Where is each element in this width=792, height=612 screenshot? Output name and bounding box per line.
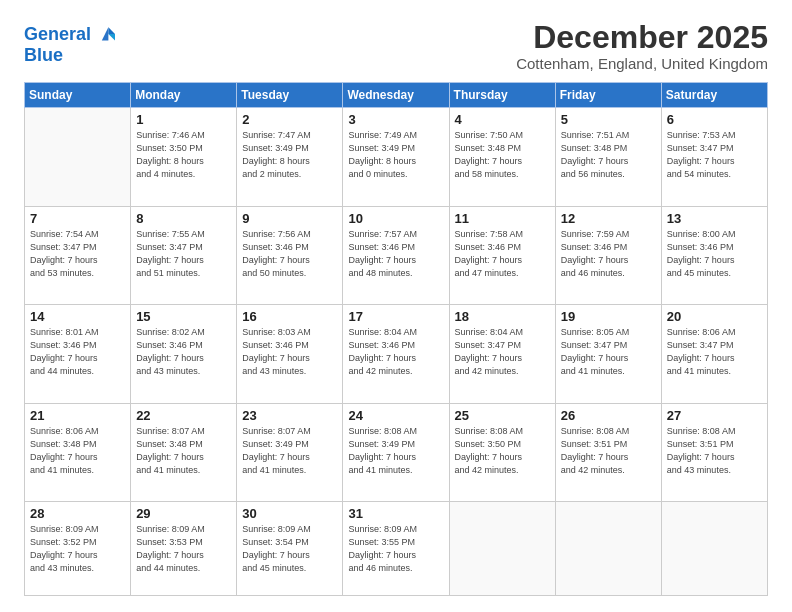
table-row: 31Sunrise: 8:09 AMSunset: 3:55 PMDayligh… bbox=[343, 502, 449, 596]
day-info: Sunrise: 8:01 AMSunset: 3:46 PMDaylight:… bbox=[30, 326, 125, 378]
table-row: 2Sunrise: 7:47 AMSunset: 3:49 PMDaylight… bbox=[237, 108, 343, 206]
day-number: 16 bbox=[242, 309, 337, 324]
logo-text-line1: General bbox=[24, 25, 91, 45]
day-number: 6 bbox=[667, 112, 762, 127]
table-row: 29Sunrise: 8:09 AMSunset: 3:53 PMDayligh… bbox=[131, 502, 237, 596]
day-info: Sunrise: 8:04 AMSunset: 3:47 PMDaylight:… bbox=[455, 326, 550, 378]
day-info: Sunrise: 7:51 AMSunset: 3:48 PMDaylight:… bbox=[561, 129, 656, 181]
day-info: Sunrise: 8:05 AMSunset: 3:47 PMDaylight:… bbox=[561, 326, 656, 378]
table-row: 28Sunrise: 8:09 AMSunset: 3:52 PMDayligh… bbox=[25, 502, 131, 596]
day-number: 1 bbox=[136, 112, 231, 127]
table-row bbox=[25, 108, 131, 206]
table-row: 8Sunrise: 7:55 AMSunset: 3:47 PMDaylight… bbox=[131, 206, 237, 304]
table-row: 25Sunrise: 8:08 AMSunset: 3:50 PMDayligh… bbox=[449, 403, 555, 501]
main-title: December 2025 bbox=[516, 20, 768, 55]
table-row: 16Sunrise: 8:03 AMSunset: 3:46 PMDayligh… bbox=[237, 305, 343, 403]
day-number: 23 bbox=[242, 408, 337, 423]
table-row: 24Sunrise: 8:08 AMSunset: 3:49 PMDayligh… bbox=[343, 403, 449, 501]
day-number: 31 bbox=[348, 506, 443, 521]
day-info: Sunrise: 7:59 AMSunset: 3:46 PMDaylight:… bbox=[561, 228, 656, 280]
day-number: 4 bbox=[455, 112, 550, 127]
svg-marker-2 bbox=[102, 27, 109, 40]
day-info: Sunrise: 8:06 AMSunset: 3:48 PMDaylight:… bbox=[30, 425, 125, 477]
day-number: 17 bbox=[348, 309, 443, 324]
table-row: 3Sunrise: 7:49 AMSunset: 3:49 PMDaylight… bbox=[343, 108, 449, 206]
day-info: Sunrise: 8:07 AMSunset: 3:48 PMDaylight:… bbox=[136, 425, 231, 477]
day-number: 7 bbox=[30, 211, 125, 226]
day-info: Sunrise: 8:08 AMSunset: 3:50 PMDaylight:… bbox=[455, 425, 550, 477]
col-thursday: Thursday bbox=[449, 83, 555, 108]
day-number: 21 bbox=[30, 408, 125, 423]
day-number: 10 bbox=[348, 211, 443, 226]
table-row: 26Sunrise: 8:08 AMSunset: 3:51 PMDayligh… bbox=[555, 403, 661, 501]
table-row: 17Sunrise: 8:04 AMSunset: 3:46 PMDayligh… bbox=[343, 305, 449, 403]
day-info: Sunrise: 8:08 AMSunset: 3:51 PMDaylight:… bbox=[561, 425, 656, 477]
table-row: 11Sunrise: 7:58 AMSunset: 3:46 PMDayligh… bbox=[449, 206, 555, 304]
table-row: 5Sunrise: 7:51 AMSunset: 3:48 PMDaylight… bbox=[555, 108, 661, 206]
day-number: 5 bbox=[561, 112, 656, 127]
day-info: Sunrise: 8:09 AMSunset: 3:52 PMDaylight:… bbox=[30, 523, 125, 575]
table-row: 14Sunrise: 8:01 AMSunset: 3:46 PMDayligh… bbox=[25, 305, 131, 403]
subtitle: Cottenham, England, United Kingdom bbox=[516, 55, 768, 72]
day-number: 9 bbox=[242, 211, 337, 226]
day-info: Sunrise: 8:09 AMSunset: 3:55 PMDaylight:… bbox=[348, 523, 443, 575]
day-info: Sunrise: 7:47 AMSunset: 3:49 PMDaylight:… bbox=[242, 129, 337, 181]
day-number: 20 bbox=[667, 309, 762, 324]
day-number: 13 bbox=[667, 211, 762, 226]
table-row: 27Sunrise: 8:08 AMSunset: 3:51 PMDayligh… bbox=[661, 403, 767, 501]
day-number: 24 bbox=[348, 408, 443, 423]
table-row: 20Sunrise: 8:06 AMSunset: 3:47 PMDayligh… bbox=[661, 305, 767, 403]
day-info: Sunrise: 7:58 AMSunset: 3:46 PMDaylight:… bbox=[455, 228, 550, 280]
logo-icon bbox=[93, 24, 115, 46]
day-number: 14 bbox=[30, 309, 125, 324]
calendar-table: Sunday Monday Tuesday Wednesday Thursday… bbox=[24, 82, 768, 596]
day-info: Sunrise: 8:04 AMSunset: 3:46 PMDaylight:… bbox=[348, 326, 443, 378]
day-number: 15 bbox=[136, 309, 231, 324]
table-row: 4Sunrise: 7:50 AMSunset: 3:48 PMDaylight… bbox=[449, 108, 555, 206]
day-info: Sunrise: 7:55 AMSunset: 3:47 PMDaylight:… bbox=[136, 228, 231, 280]
day-info: Sunrise: 8:08 AMSunset: 3:49 PMDaylight:… bbox=[348, 425, 443, 477]
table-row: 30Sunrise: 8:09 AMSunset: 3:54 PMDayligh… bbox=[237, 502, 343, 596]
day-info: Sunrise: 7:54 AMSunset: 3:47 PMDaylight:… bbox=[30, 228, 125, 280]
table-row bbox=[449, 502, 555, 596]
logo-text-line2: Blue bbox=[24, 46, 115, 66]
title-block: December 2025 Cottenham, England, United… bbox=[516, 20, 768, 72]
table-row: 22Sunrise: 8:07 AMSunset: 3:48 PMDayligh… bbox=[131, 403, 237, 501]
day-info: Sunrise: 7:53 AMSunset: 3:47 PMDaylight:… bbox=[667, 129, 762, 181]
day-info: Sunrise: 8:03 AMSunset: 3:46 PMDaylight:… bbox=[242, 326, 337, 378]
day-info: Sunrise: 7:50 AMSunset: 3:48 PMDaylight:… bbox=[455, 129, 550, 181]
day-info: Sunrise: 8:06 AMSunset: 3:47 PMDaylight:… bbox=[667, 326, 762, 378]
table-row: 1Sunrise: 7:46 AMSunset: 3:50 PMDaylight… bbox=[131, 108, 237, 206]
day-number: 28 bbox=[30, 506, 125, 521]
header: General Blue December 2025 Cottenham, En… bbox=[24, 20, 768, 72]
calendar-header-row: Sunday Monday Tuesday Wednesday Thursday… bbox=[25, 83, 768, 108]
page: General Blue December 2025 Cottenham, En… bbox=[0, 0, 792, 612]
table-row: 19Sunrise: 8:05 AMSunset: 3:47 PMDayligh… bbox=[555, 305, 661, 403]
col-monday: Monday bbox=[131, 83, 237, 108]
svg-marker-0 bbox=[108, 27, 115, 34]
day-number: 2 bbox=[242, 112, 337, 127]
day-info: Sunrise: 8:08 AMSunset: 3:51 PMDaylight:… bbox=[667, 425, 762, 477]
table-row: 7Sunrise: 7:54 AMSunset: 3:47 PMDaylight… bbox=[25, 206, 131, 304]
table-row: 21Sunrise: 8:06 AMSunset: 3:48 PMDayligh… bbox=[25, 403, 131, 501]
col-saturday: Saturday bbox=[661, 83, 767, 108]
day-number: 12 bbox=[561, 211, 656, 226]
day-info: Sunrise: 8:07 AMSunset: 3:49 PMDaylight:… bbox=[242, 425, 337, 477]
day-info: Sunrise: 8:02 AMSunset: 3:46 PMDaylight:… bbox=[136, 326, 231, 378]
day-number: 3 bbox=[348, 112, 443, 127]
day-number: 8 bbox=[136, 211, 231, 226]
table-row: 9Sunrise: 7:56 AMSunset: 3:46 PMDaylight… bbox=[237, 206, 343, 304]
col-sunday: Sunday bbox=[25, 83, 131, 108]
day-info: Sunrise: 8:00 AMSunset: 3:46 PMDaylight:… bbox=[667, 228, 762, 280]
day-info: Sunrise: 7:57 AMSunset: 3:46 PMDaylight:… bbox=[348, 228, 443, 280]
day-number: 11 bbox=[455, 211, 550, 226]
table-row: 12Sunrise: 7:59 AMSunset: 3:46 PMDayligh… bbox=[555, 206, 661, 304]
col-tuesday: Tuesday bbox=[237, 83, 343, 108]
day-number: 18 bbox=[455, 309, 550, 324]
day-info: Sunrise: 7:56 AMSunset: 3:46 PMDaylight:… bbox=[242, 228, 337, 280]
svg-marker-1 bbox=[108, 34, 115, 41]
logo: General Blue bbox=[24, 24, 115, 66]
table-row: 18Sunrise: 8:04 AMSunset: 3:47 PMDayligh… bbox=[449, 305, 555, 403]
day-number: 26 bbox=[561, 408, 656, 423]
table-row: 15Sunrise: 8:02 AMSunset: 3:46 PMDayligh… bbox=[131, 305, 237, 403]
